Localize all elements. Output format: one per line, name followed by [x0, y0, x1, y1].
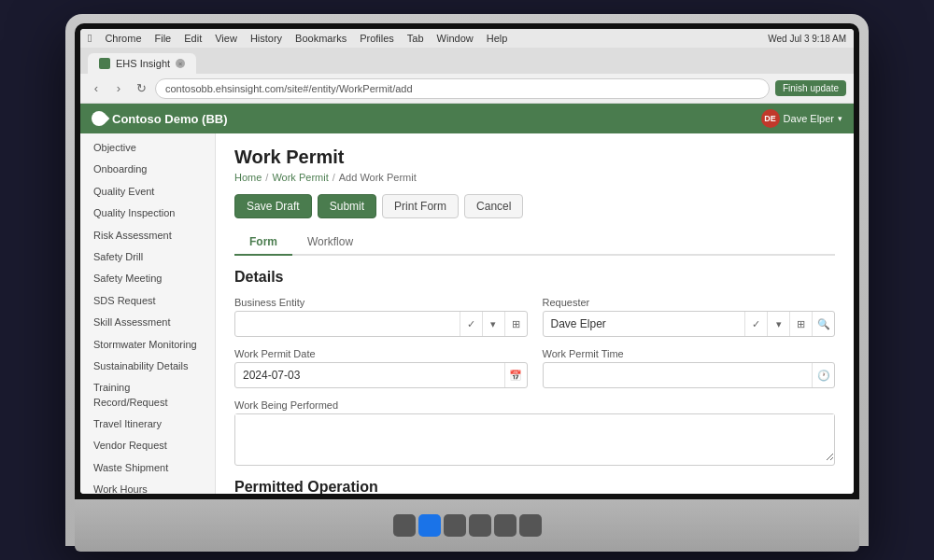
dock-icon-1[interactable]: [444, 514, 466, 537]
menu-file[interactable]: File: [155, 33, 172, 44]
permitted-operation-title: Permitted Operation: [234, 479, 835, 494]
page-title: Work Permit: [234, 147, 835, 168]
menu-edit[interactable]: Edit: [184, 33, 202, 44]
sidebar-item-risk-assessment[interactable]: Risk Assessment: [80, 225, 215, 246]
app-header: Contoso Demo (BB) DE Dave Elper ▾: [80, 104, 854, 133]
business-entity-input-wrapper[interactable]: ✓ ▾ ⊞: [234, 311, 528, 337]
browser-tab-ehs[interactable]: EHS Insight ×: [88, 53, 196, 74]
calendar-icon[interactable]: 📅: [504, 363, 527, 387]
requester-input-wrapper[interactable]: ✓ ▾ ⊞ 🔍: [543, 311, 836, 337]
menu-view[interactable]: View: [215, 33, 237, 44]
business-entity-dropdown-icon[interactable]: ▾: [482, 312, 504, 336]
dock-icon-finder[interactable]: [393, 514, 416, 537]
breadcrumb-home[interactable]: Home: [234, 172, 262, 183]
details-section: Details Business Entity ✓ ▾ ⊞: [234, 269, 835, 494]
breadcrumb-parent[interactable]: Work Permit: [272, 172, 328, 183]
address-bar[interactable]: contosobb.ehsinsight.com/site#/entity/Wo…: [155, 78, 770, 99]
sidebar-item-stormwater[interactable]: Stormwater Monitoring: [80, 334, 215, 356]
user-dropdown-icon[interactable]: ▾: [838, 114, 842, 123]
submit-button[interactable]: Submit: [318, 194, 376, 218]
work-being-performed-wrapper[interactable]: [234, 413, 835, 466]
work-permit-time-input[interactable]: [544, 363, 813, 387]
header-user[interactable]: DE Dave Elper ▾: [761, 109, 842, 128]
menu-profiles[interactable]: Profiles: [360, 33, 394, 44]
menu-help[interactable]: Help: [487, 33, 508, 44]
cancel-button[interactable]: Cancel: [464, 194, 523, 218]
browser-tabs: EHS Insight ×: [80, 48, 854, 74]
user-avatar: DE: [761, 109, 780, 128]
laptop-bottom: [75, 499, 859, 552]
sidebar-item-quality-inspection[interactable]: Quality Inspection: [80, 203, 215, 224]
refresh-button[interactable]: ↻: [133, 80, 149, 97]
breadcrumb-sep1: /: [265, 172, 268, 183]
menu-chrome[interactable]: Chrome: [105, 33, 141, 44]
business-entity-grid-icon[interactable]: ⊞: [504, 312, 527, 336]
tab-close-button[interactable]: ×: [176, 59, 185, 68]
work-permit-time-group: Work Permit Time 🕐: [543, 348, 836, 388]
sidebar-item-sustainability[interactable]: Sustainability Details: [80, 356, 215, 377]
work-permit-time-wrapper[interactable]: 🕐: [543, 362, 836, 388]
form-tabs: Form Workflow: [234, 230, 835, 256]
sidebar-item-quality-event[interactable]: Quality Event: [80, 181, 215, 203]
app-body: Objective Onboarding Quality Event Quali…: [80, 133, 854, 494]
menu-tab[interactable]: Tab: [407, 33, 424, 44]
sidebar-item-safety-drill[interactable]: Safety Drill: [80, 246, 215, 268]
menu-history[interactable]: History: [250, 33, 282, 44]
requester-input[interactable]: [544, 312, 745, 336]
work-permit-date-input[interactable]: [235, 363, 504, 387]
mac-menubar:  Chrome File Edit View History Bookmark…: [80, 29, 854, 48]
dock-icon-2[interactable]: [469, 514, 491, 537]
sidebar-item-skill-assessment[interactable]: Skill Assessment: [80, 312, 215, 333]
work-being-performed-textarea[interactable]: [235, 414, 834, 461]
sidebar-item-safety-meeting[interactable]: Safety Meeting: [80, 268, 215, 289]
sidebar-item-vendor[interactable]: Vendor Request: [80, 435, 215, 456]
sidebar-item-travel[interactable]: Travel Itinerary: [80, 413, 215, 435]
user-name: Dave Elper: [784, 113, 834, 124]
work-permit-time-label: Work Permit Time: [543, 348, 836, 359]
app-logo: Contoso Demo (BB): [92, 111, 228, 126]
sidebar-item-onboarding[interactable]: Onboarding: [80, 159, 215, 180]
tab-form[interactable]: Form: [234, 230, 292, 256]
form-row-2: Work Permit Date 📅 Work Permit Time: [234, 348, 835, 388]
work-permit-date-group: Work Permit Date 📅: [234, 348, 528, 388]
apple-icon: : [88, 32, 92, 45]
requester-grid-icon[interactable]: ⊞: [789, 312, 812, 336]
requester-label: Requester: [543, 297, 836, 308]
business-entity-check-icon[interactable]: ✓: [460, 312, 482, 336]
work-permit-date-label: Work Permit Date: [234, 348, 528, 359]
sidebar: Objective Onboarding Quality Event Quali…: [80, 133, 216, 494]
requester-check-icon[interactable]: ✓: [744, 312, 767, 336]
work-permit-date-wrapper[interactable]: 📅: [234, 362, 528, 388]
leaf-icon: [89, 108, 110, 130]
work-being-performed-label: Work Being Performed: [234, 399, 835, 411]
requester-group: Requester ✓ ▾ ⊞ 🔍: [543, 297, 836, 337]
browser-chrome: EHS Insight × ‹ › ↻ contosobb.ehsinsight…: [80, 48, 854, 104]
business-entity-input[interactable]: [235, 312, 460, 336]
sidebar-item-objective[interactable]: Objective: [80, 137, 215, 159]
mac-time: Wed Jul 3 9:18 AM: [768, 34, 846, 44]
dock-icon-chrome[interactable]: [418, 514, 441, 537]
forward-button[interactable]: ›: [110, 80, 127, 97]
tab-workflow[interactable]: Workflow: [292, 230, 368, 256]
print-form-button[interactable]: Print Form: [382, 194, 459, 218]
tab-label: EHS Insight: [116, 58, 170, 69]
dock-icon-3[interactable]: [494, 514, 517, 537]
menu-bookmarks[interactable]: Bookmarks: [295, 33, 347, 44]
requester-search-icon[interactable]: 🔍: [812, 312, 834, 336]
sidebar-item-work-hours[interactable]: Work Hours: [80, 479, 215, 494]
back-button[interactable]: ‹: [88, 80, 105, 97]
finish-update-button[interactable]: Finish update: [775, 80, 846, 96]
tab-favicon: [99, 58, 110, 69]
sidebar-item-waste[interactable]: Waste Shipment: [80, 457, 215, 479]
sidebar-item-training[interactable]: Training Record/Request: [80, 377, 215, 413]
requester-dropdown-icon[interactable]: ▾: [767, 312, 789, 336]
company-name: Contoso Demo (BB): [112, 112, 228, 126]
clock-icon[interactable]: 🕐: [812, 363, 834, 387]
menu-window[interactable]: Window: [437, 33, 474, 44]
details-title: Details: [234, 269, 835, 286]
sidebar-item-sds-request[interactable]: SDS Request: [80, 290, 215, 312]
dock-icon-4[interactable]: [519, 514, 542, 537]
save-draft-button[interactable]: Save Draft: [234, 194, 312, 218]
business-entity-group: Business Entity ✓ ▾ ⊞: [234, 297, 528, 337]
work-being-performed-group: Work Being Performed: [234, 399, 835, 466]
